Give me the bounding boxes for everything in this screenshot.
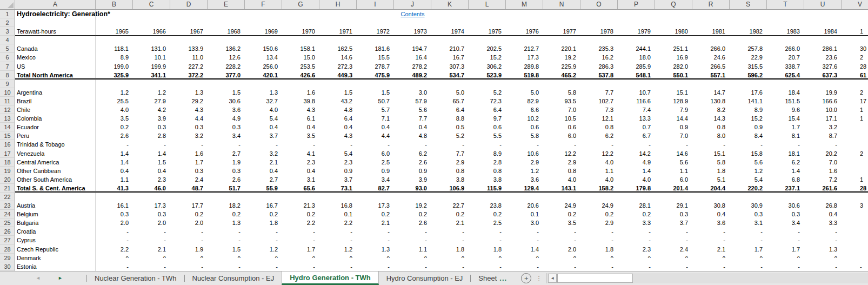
tab-options-icon[interactable]: ⋮ (536, 275, 542, 282)
value-cell[interactable]: - (469, 227, 506, 236)
value-cell[interactable]: 57.9 (394, 97, 431, 105)
value-cell[interactable]: 2.9 (506, 158, 543, 167)
value-cell[interactable]: - (245, 262, 282, 271)
value-cell[interactable]: 420.1 (245, 71, 282, 78)
value-cell[interactable]: 338.7 (767, 62, 804, 71)
value-cell[interactable]: 1.5 (133, 158, 170, 167)
value-cell[interactable]: - (692, 236, 730, 244)
value-cell[interactable]: 2.1 (692, 245, 730, 254)
value-cell[interactable]: 1978 (580, 27, 618, 35)
row-label-cell[interactable]: Other Caribbean (15, 167, 96, 175)
row-header[interactable]: 28 (0, 245, 15, 254)
value-cell[interactable]: - (767, 236, 804, 244)
value-cell[interactable]: 14.4 (655, 114, 692, 123)
value-cell[interactable]: 22.7 (431, 201, 469, 210)
value-cell[interactable]: 65.7 (431, 97, 469, 105)
value-cell[interactable]: 73.1 (319, 184, 357, 191)
value-cell[interactable]: 1.8 (431, 245, 469, 254)
value-cell[interactable]: 10.0 (804, 105, 842, 114)
value-cell[interactable]: 278.7 (357, 62, 394, 71)
value-cell[interactable]: 220.2 (730, 184, 767, 191)
value-cell[interactable]: 2.0 (133, 218, 170, 227)
value-cell[interactable]: 1.7 (767, 123, 804, 131)
value-cell[interactable]: - (133, 262, 170, 271)
value-cell[interactable]: ^ (767, 254, 804, 262)
value-cell[interactable]: 0.2 (618, 210, 655, 218)
value-cell[interactable]: 6.7 (618, 131, 655, 140)
value-cell[interactable]: 5.1 (692, 175, 730, 184)
value-cell[interactable]: - (580, 236, 618, 244)
value-cell[interactable]: 162.5 (319, 44, 357, 53)
value-cell[interactable]: 8.4 (730, 131, 767, 140)
value-cell[interactable]: 1.8 (692, 167, 730, 175)
clipped-value-cell[interactable]: 2 (842, 149, 868, 158)
value-cell[interactable]: 6.0 (357, 149, 394, 158)
row-label-cell[interactable]: Venezuela (15, 149, 96, 158)
value-cell[interactable]: 201.4 (655, 184, 692, 191)
row-header[interactable]: 10 (0, 88, 15, 97)
value-cell[interactable]: 10.6 (506, 149, 543, 158)
value-cell[interactable]: 2.1 (357, 218, 394, 227)
value-cell[interactable]: 15.5 (357, 53, 394, 62)
value-cell[interactable]: 4.9 (208, 114, 245, 123)
value-cell[interactable]: - (767, 140, 804, 149)
value-cell[interactable]: 1.2 (245, 245, 282, 254)
value-cell[interactable]: 3.9 (394, 175, 431, 184)
value-cell[interactable]: 2.8 (133, 131, 170, 140)
row-label-cell[interactable]: Denmark (15, 254, 96, 262)
value-cell[interactable]: ^ (170, 254, 208, 262)
value-cell[interactable]: 1975 (469, 27, 506, 35)
value-cell[interactable]: 5.6 (655, 158, 692, 167)
value-cell[interactable]: 8.7 (804, 131, 842, 140)
column-header[interactable]: F (245, 0, 282, 9)
value-cell[interactable]: 2.0 (170, 218, 208, 227)
value-cell[interactable]: 13.3 (618, 114, 655, 123)
value-cell[interactable]: 557.1 (692, 71, 730, 78)
value-cell[interactable]: 1983 (767, 27, 804, 35)
clipped-value-cell[interactable] (842, 227, 868, 236)
value-cell[interactable]: 2.3 (319, 158, 357, 167)
value-cell[interactable]: 341.1 (133, 71, 170, 78)
value-cell[interactable]: 51.7 (208, 184, 245, 191)
value-cell[interactable]: ^ (208, 254, 245, 262)
value-cell[interactable]: 3.1 (282, 175, 319, 184)
column-header[interactable]: L (469, 0, 506, 9)
value-cell[interactable]: 1984 (804, 27, 842, 35)
value-cell[interactable]: 7.7 (431, 149, 469, 158)
clipped-value-cell[interactable] (842, 236, 868, 244)
value-cell[interactable]: 1967 (170, 27, 208, 35)
value-cell[interactable]: 7.7 (394, 114, 431, 123)
value-cell[interactable]: 372.2 (170, 71, 208, 78)
value-cell[interactable]: 4.0 (543, 175, 580, 184)
value-cell[interactable]: 1.4 (96, 158, 133, 167)
value-cell[interactable]: 1.5 (208, 245, 245, 254)
value-cell[interactable]: ^ (133, 254, 170, 262)
value-cell[interactable]: 50.7 (357, 97, 394, 105)
value-cell[interactable]: 204.4 (692, 184, 730, 191)
column-header[interactable]: K (431, 0, 469, 9)
value-cell[interactable]: 17.3 (506, 53, 543, 62)
value-cell[interactable]: 0.4 (282, 167, 319, 175)
column-header[interactable]: A (15, 0, 96, 9)
value-cell[interactable]: - (357, 236, 394, 244)
value-cell[interactable]: 11.0 (170, 53, 208, 62)
value-cell[interactable]: 16.4 (394, 53, 431, 62)
value-cell[interactable]: 5.2 (431, 131, 469, 140)
value-cell[interactable]: - (319, 262, 357, 271)
value-cell[interactable]: - (580, 140, 618, 149)
value-cell[interactable]: 266.0 (692, 44, 730, 53)
value-cell[interactable]: 0.4 (804, 210, 842, 218)
value-cell[interactable]: 0.2 (394, 210, 431, 218)
value-cell[interactable]: 1.7 (170, 158, 208, 167)
value-cell[interactable]: 0.9 (319, 167, 357, 175)
value-cell[interactable]: 489.2 (394, 71, 431, 78)
clipped-value-cell[interactable]: 2 (842, 88, 868, 97)
value-cell[interactable]: 3.6 (692, 218, 730, 227)
value-cell[interactable]: 2.4 (170, 175, 208, 184)
column-header[interactable]: Q (655, 0, 692, 9)
value-cell[interactable]: 9.7 (469, 114, 506, 123)
value-cell[interactable]: 136.2 (208, 44, 245, 53)
clipped-value-cell[interactable] (842, 167, 868, 175)
value-cell[interactable]: 93.0 (394, 184, 431, 191)
value-cell[interactable]: 19.2 (394, 201, 431, 210)
